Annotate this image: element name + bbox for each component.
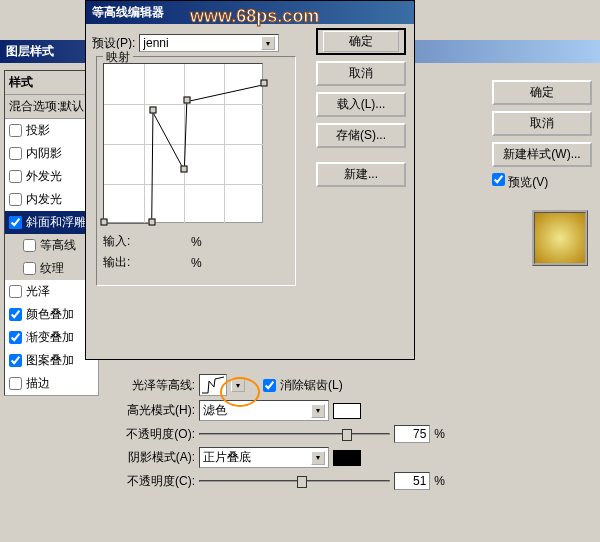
preview-label: 预览(V) — [508, 175, 548, 189]
outer-glow-label: 外发光 — [26, 168, 62, 185]
texture-label: 纹理 — [40, 260, 64, 277]
shadow-mode-label: 阴影模式(A): — [105, 449, 195, 466]
highlight-mode-value: 滤色 — [203, 402, 227, 419]
highlight-mode-label: 高光模式(H): — [105, 402, 195, 419]
satin-label: 光泽 — [26, 283, 50, 300]
ce-cancel-button[interactable]: 取消 — [316, 61, 406, 86]
inner-glow-label: 内发光 — [26, 191, 62, 208]
shadow-mode-dropdown[interactable]: 正片叠底▾ — [199, 447, 329, 468]
curve-point[interactable] — [183, 96, 190, 103]
pct-label: % — [191, 256, 202, 270]
contour-curve-canvas[interactable] — [103, 63, 263, 223]
curve-point[interactable] — [148, 219, 155, 226]
input-label: 输入: — [103, 233, 143, 250]
chevron-down-icon: ▾ — [311, 404, 325, 418]
shadow-mode-value: 正片叠底 — [203, 449, 251, 466]
ce-ok-button[interactable]: 确定 — [316, 28, 406, 55]
ce-save-button[interactable]: 存储(S)... — [316, 123, 406, 148]
shadow-opacity-value[interactable]: 51 — [394, 472, 430, 490]
ls-new-style-button[interactable]: 新建样式(W)... — [492, 142, 592, 167]
curve-point[interactable] — [101, 219, 108, 226]
contour-label: 等高线 — [40, 237, 76, 254]
layer-style-right-panel: 确定 取消 新建样式(W)... 预览(V) — [492, 80, 592, 191]
satin-checkbox[interactable] — [9, 285, 22, 298]
ce-load-button[interactable]: 载入(L)... — [316, 92, 406, 117]
drop-shadow-label: 投影 — [26, 122, 50, 139]
contour-editor-window: 等高线编辑器 预设(P): jenni▾ 映射 输入:% 输出:% 确定 取消 … — [85, 0, 415, 360]
preview-checkbox[interactable] — [492, 173, 505, 186]
texture-checkbox[interactable] — [23, 262, 36, 275]
inner-shadow-label: 内阴影 — [26, 145, 62, 162]
watermark-text: www.68ps.com — [190, 6, 319, 27]
pct-label: % — [434, 474, 445, 488]
grad-overlay-checkbox[interactable] — [9, 331, 22, 344]
bevel-checkbox[interactable] — [9, 216, 22, 229]
chevron-down-icon: ▾ — [261, 36, 275, 50]
highlight-opacity-label: 不透明度(O): — [105, 426, 195, 443]
ls-ok-button[interactable]: 确定 — [492, 80, 592, 105]
inner-shadow-checkbox[interactable] — [9, 147, 22, 160]
bevel-label: 斜面和浮雕 — [26, 214, 86, 231]
chevron-down-icon: ▾ — [311, 451, 325, 465]
bevel-controls: 光泽等高线: ▾ 消除锯齿(L) 高光模式(H): 滤色▾ 不透明度(O): 7… — [105, 370, 445, 494]
shadow-color-swatch[interactable] — [333, 450, 361, 466]
output-label: 输出: — [103, 254, 143, 271]
highlight-mode-dropdown[interactable]: 滤色▾ — [199, 400, 329, 421]
curve-point[interactable] — [149, 107, 156, 114]
highlight-opacity-value[interactable]: 75 — [394, 425, 430, 443]
grad-overlay-label: 渐变叠加 — [26, 329, 74, 346]
outer-glow-checkbox[interactable] — [9, 170, 22, 183]
antialias-checkbox[interactable] — [263, 379, 276, 392]
gloss-contour-label: 光泽等高线: — [105, 377, 195, 394]
shadow-opacity-slider[interactable] — [199, 474, 390, 488]
stroke-checkbox[interactable] — [9, 377, 22, 390]
curve-point[interactable] — [181, 165, 188, 172]
contour-checkbox[interactable] — [23, 239, 36, 252]
pat-overlay-label: 图案叠加 — [26, 352, 74, 369]
highlight-color-swatch[interactable] — [333, 403, 361, 419]
shadow-opacity-label: 不透明度(C): — [105, 473, 195, 490]
color-overlay-checkbox[interactable] — [9, 308, 22, 321]
pct-label: % — [434, 427, 445, 441]
curve-point[interactable] — [261, 79, 268, 86]
highlight-opacity-slider[interactable] — [199, 427, 390, 441]
preset-value: jenni — [143, 36, 168, 50]
antialias-label: 消除锯齿(L) — [280, 377, 343, 394]
preset-dropdown[interactable]: jenni▾ — [139, 34, 279, 52]
stroke-label: 描边 — [26, 375, 50, 392]
inner-glow-checkbox[interactable] — [9, 193, 22, 206]
ce-new-button[interactable]: 新建... — [316, 162, 406, 187]
pct-label: % — [191, 235, 202, 249]
preview-swatch — [532, 210, 588, 266]
color-overlay-label: 颜色叠加 — [26, 306, 74, 323]
sidebar-item-stroke[interactable]: 描边 — [5, 372, 98, 395]
mapping-fieldset: 映射 输入:% 输出:% — [96, 56, 296, 286]
highlight-circle — [220, 377, 260, 407]
ls-cancel-button[interactable]: 取消 — [492, 111, 592, 136]
drop-shadow-checkbox[interactable] — [9, 124, 22, 137]
pat-overlay-checkbox[interactable] — [9, 354, 22, 367]
